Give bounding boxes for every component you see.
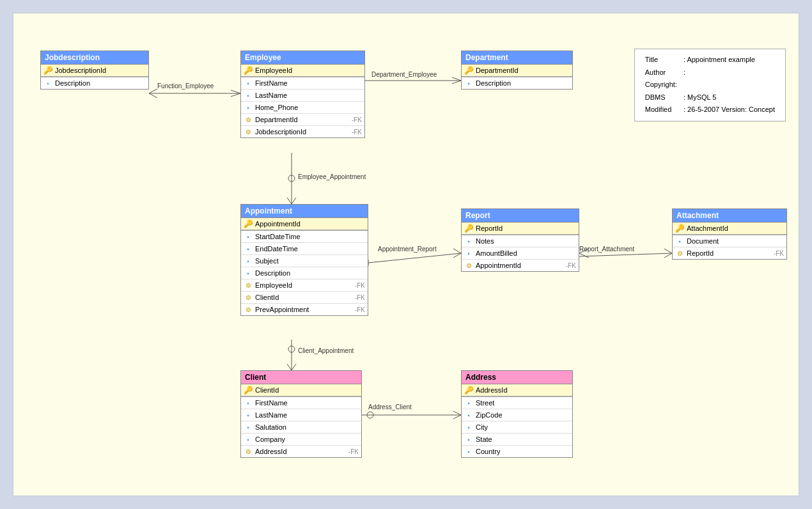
field-appointmentid-fk: AppointmentId: [476, 262, 563, 269]
svg-point-10: [288, 175, 295, 182]
entity-client-pk: 🔑 ClientId: [241, 384, 361, 397]
entity-client-addressid: ⚙ AddressId -FK: [241, 446, 361, 457]
field-firstname: FirstName: [255, 79, 362, 87]
entity-address-header: Address: [462, 371, 572, 384]
entity-client-lastname: ▪ LastName: [241, 409, 361, 421]
field-notes: Notes: [476, 237, 576, 245]
field-fk-label: -FK: [566, 262, 576, 269]
info-row-modified: Modified : 26-5-2007 Version: Concept: [643, 104, 777, 116]
field-homephone: Home_Phone: [255, 104, 362, 111]
info-modified-value: : 26-5-2007 Version: Concept: [681, 104, 777, 116]
svg-line-18: [664, 249, 672, 253]
entity-address-street: ▪ Street: [462, 397, 572, 409]
field-city: City: [476, 423, 570, 431]
info-copyright-label: Copyright:: [643, 79, 680, 91]
rel-label-report-attachment: Report_Attachment: [579, 246, 634, 253]
field-fk-label: -FK: [348, 448, 359, 455]
rel-label-appointment-report: Appointment_Report: [378, 246, 437, 253]
svg-line-4: [231, 93, 240, 97]
fk-icon: ⚙: [464, 261, 473, 270]
field-description: Description: [255, 269, 365, 277]
entity-report: Report 🔑 ReportId ▪ Notes ▪ AmountBilled…: [461, 208, 579, 272]
field-zipcode: ZipCode: [476, 411, 570, 419]
entity-jobdescription-header: Jobdescription: [41, 51, 148, 65]
field-icon: ▪: [244, 269, 253, 278]
entity-appointment-subject: ▪ Subject: [241, 255, 368, 267]
entity-attachment-header: Attachment: [673, 209, 786, 223]
field-icon: ▪: [464, 435, 473, 444]
entity-appointment-prevappointment: ⚙ PrevAppointment -FK: [241, 304, 368, 315]
entity-appointment-startdatetime: ▪ StartDateTime: [241, 231, 368, 243]
key-icon: 🔑: [464, 66, 473, 75]
svg-line-3: [231, 90, 240, 93]
field-icon: ▪: [464, 237, 473, 246]
field-icon: ▪: [464, 398, 473, 407]
field-addressid: AddressId: [476, 386, 570, 394]
entity-report-amountbilled: ▪ AmountBilled: [462, 247, 579, 260]
fk-icon: ⚙: [244, 127, 253, 136]
entity-department-description: ▪ Description: [462, 77, 572, 89]
info-row-title: Title : Appointment example: [643, 54, 777, 66]
entity-attachment-reportid: ⚙ ReportId -FK: [673, 247, 786, 259]
svg-line-25: [292, 364, 296, 370]
info-dbms-value: : MySQL 5: [681, 92, 777, 104]
svg-line-24: [287, 364, 292, 370]
entity-employee-departmentid: ⚙ DepartmentId -FK: [241, 114, 364, 126]
field-icon: ▪: [244, 79, 253, 88]
info-author-value: :: [681, 67, 777, 79]
info-title-value: : Appointment example: [681, 54, 777, 66]
field-icon: ▪: [464, 249, 473, 258]
info-title-label: Title: [643, 54, 680, 66]
field-document: Document: [687, 237, 784, 245]
info-table: Title : Appointment example Author : Cop…: [641, 53, 779, 117]
key-icon: 🔑: [464, 224, 473, 233]
entity-employee-firstname: ▪ FirstName: [241, 77, 364, 90]
entity-employee-pk: 🔑 EmployeeId: [241, 65, 364, 77]
key-icon: 🔑: [675, 224, 684, 233]
field-icon: ▪: [43, 79, 52, 88]
svg-line-13: [368, 253, 461, 263]
field-appointmentid: AppointmentId: [255, 220, 365, 228]
entity-employee-jobdescriptionid: ⚙ JobdescriptionId -FK: [241, 126, 364, 137]
svg-line-17: [579, 253, 672, 256]
rel-label-employee-appointment: Employee_Appointment: [298, 173, 366, 180]
info-modified-label: Modified: [643, 104, 680, 116]
field-street: Street: [476, 399, 570, 407]
key-icon: 🔑: [244, 66, 253, 75]
field-icon: ▪: [464, 423, 473, 432]
svg-line-27: [453, 411, 461, 415]
svg-line-1: [149, 89, 157, 93]
field-clientid: ClientId: [255, 294, 352, 301]
info-copyright-value: [681, 79, 777, 91]
svg-point-23: [288, 346, 295, 352]
field-lastname: LastName: [255, 411, 359, 419]
entity-address: Address 🔑 AddressId ▪ Street ▪ ZipCode ▪…: [461, 370, 573, 458]
field-lastname: LastName: [255, 91, 362, 99]
rel-label-address-client: Address_Client: [368, 403, 412, 411]
fk-icon: ⚙: [244, 305, 253, 314]
field-description: Description: [55, 79, 146, 87]
entity-jobdescription-pk: 🔑 JobdescriptionId: [41, 65, 148, 77]
field-icon: ▪: [464, 79, 473, 88]
key-icon: 🔑: [244, 219, 253, 228]
field-icon: ▪: [244, 103, 253, 112]
svg-line-11: [287, 198, 292, 204]
field-fk-label: -FK: [352, 116, 362, 123]
field-departmentid: DepartmentId: [476, 67, 570, 74]
entity-appointment-header: Appointment: [241, 205, 368, 218]
fk-icon: ⚙: [244, 447, 253, 456]
svg-line-12: [292, 198, 296, 204]
entity-client-header: Client: [241, 371, 361, 384]
field-amountbilled: AmountBilled: [476, 249, 576, 257]
field-fk-label: -FK: [352, 129, 362, 136]
svg-point-29: [367, 412, 373, 418]
entity-address-zipcode: ▪ ZipCode: [462, 409, 572, 421]
svg-line-15: [453, 253, 461, 258]
field-firstname: FirstName: [255, 399, 359, 407]
entity-appointment: Appointment 🔑 AppointmentId ▪ StartDateT…: [240, 204, 368, 316]
field-departmentid: DepartmentId: [255, 116, 349, 123]
field-icon: ▪: [244, 244, 253, 253]
entity-client-company: ▪ Company: [241, 434, 361, 446]
rel-label-department-employee: Department_Employee: [371, 71, 437, 78]
entity-report-header: Report: [462, 209, 579, 223]
